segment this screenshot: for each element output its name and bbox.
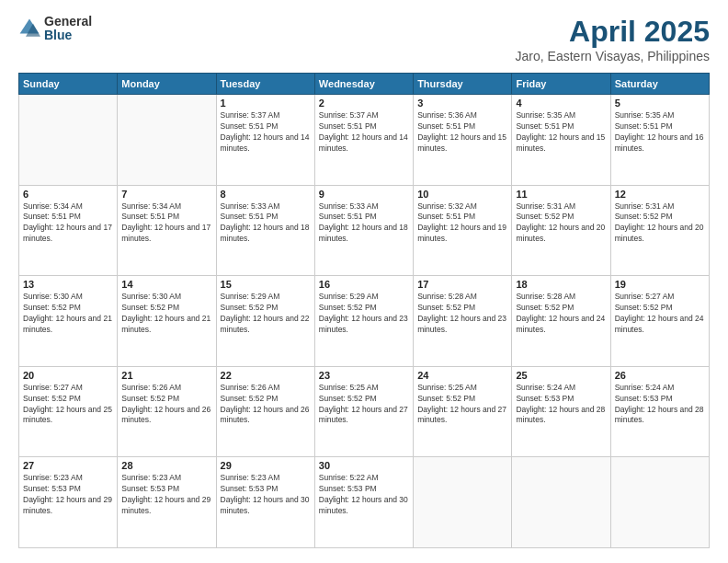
calendar-cell: 18Sunrise: 5:28 AM Sunset: 5:52 PM Dayli…: [512, 276, 610, 367]
cell-text: Sunrise: 5:33 AM Sunset: 5:51 PM Dayligh…: [221, 201, 311, 246]
calendar-body: 1Sunrise: 5:37 AM Sunset: 5:51 PM Daylig…: [19, 95, 710, 548]
logo-general: General: [44, 15, 92, 29]
calendar-cell: 2Sunrise: 5:37 AM Sunset: 5:51 PM Daylig…: [314, 95, 413, 186]
header: General Blue April 2025 Jaro, Eastern Vi…: [18, 15, 710, 63]
calendar-cell: 1Sunrise: 5:37 AM Sunset: 5:51 PM Daylig…: [216, 95, 314, 186]
calendar: Sunday Monday Tuesday Wednesday Thursday…: [18, 73, 710, 548]
cell-text: Sunrise: 5:31 AM Sunset: 5:52 PM Dayligh…: [516, 201, 606, 246]
title-block: April 2025 Jaro, Eastern Visayas, Philip…: [516, 15, 710, 63]
day-number: 9: [319, 189, 409, 200]
calendar-cell: 3Sunrise: 5:36 AM Sunset: 5:51 PM Daylig…: [414, 95, 512, 186]
cell-text: Sunrise: 5:36 AM Sunset: 5:51 PM Dayligh…: [417, 110, 507, 155]
logo: General Blue: [18, 15, 92, 43]
calendar-cell: 7Sunrise: 5:34 AM Sunset: 5:51 PM Daylig…: [118, 185, 216, 276]
calendar-cell: [414, 457, 512, 548]
calendar-week-3: 13Sunrise: 5:30 AM Sunset: 5:52 PM Dayli…: [19, 276, 710, 367]
calendar-cell: [512, 457, 610, 548]
calendar-cell: 8Sunrise: 5:33 AM Sunset: 5:51 PM Daylig…: [216, 185, 314, 276]
day-number: 26: [615, 370, 705, 381]
cell-text: Sunrise: 5:37 AM Sunset: 5:51 PM Dayligh…: [319, 110, 409, 155]
calendar-cell: 15Sunrise: 5:29 AM Sunset: 5:52 PM Dayli…: [216, 276, 314, 367]
cell-text: Sunrise: 5:27 AM Sunset: 5:52 PM Dayligh…: [23, 383, 113, 427]
cell-text: Sunrise: 5:27 AM Sunset: 5:52 PM Dayligh…: [615, 292, 705, 336]
cell-text: Sunrise: 5:24 AM Sunset: 5:53 PM Dayligh…: [516, 383, 606, 427]
cell-text: Sunrise: 5:22 AM Sunset: 5:53 PM Dayligh…: [319, 473, 409, 517]
day-number: 15: [221, 279, 311, 290]
calendar-week-1: 1Sunrise: 5:37 AM Sunset: 5:51 PM Daylig…: [19, 95, 710, 186]
calendar-cell: 22Sunrise: 5:26 AM Sunset: 5:52 PM Dayli…: [216, 366, 314, 457]
col-thursday: Thursday: [414, 74, 512, 95]
location: Jaro, Eastern Visayas, Philippines: [516, 49, 710, 63]
col-friday: Friday: [512, 74, 610, 95]
day-number: 27: [23, 460, 113, 471]
cell-text: Sunrise: 5:23 AM Sunset: 5:53 PM Dayligh…: [121, 473, 211, 517]
day-number: 4: [516, 98, 606, 109]
cell-text: Sunrise: 5:37 AM Sunset: 5:51 PM Dayligh…: [221, 110, 311, 155]
calendar-header: Sunday Monday Tuesday Wednesday Thursday…: [19, 74, 710, 95]
calendar-week-5: 27Sunrise: 5:23 AM Sunset: 5:53 PM Dayli…: [19, 457, 710, 548]
cell-text: Sunrise: 5:29 AM Sunset: 5:52 PM Dayligh…: [221, 292, 311, 336]
cell-text: Sunrise: 5:24 AM Sunset: 5:53 PM Dayligh…: [615, 383, 705, 427]
day-number: 28: [121, 460, 211, 471]
calendar-cell: 5Sunrise: 5:35 AM Sunset: 5:51 PM Daylig…: [610, 95, 709, 186]
col-tuesday: Tuesday: [216, 74, 314, 95]
day-number: 12: [615, 189, 705, 200]
calendar-cell: 26Sunrise: 5:24 AM Sunset: 5:53 PM Dayli…: [610, 366, 709, 457]
cell-text: Sunrise: 5:28 AM Sunset: 5:52 PM Dayligh…: [516, 292, 606, 336]
day-number: 21: [121, 370, 211, 381]
calendar-cell: 14Sunrise: 5:30 AM Sunset: 5:52 PM Dayli…: [118, 276, 216, 367]
cell-text: Sunrise: 5:23 AM Sunset: 5:53 PM Dayligh…: [221, 473, 311, 517]
day-number: 25: [516, 370, 606, 381]
calendar-cell: [610, 457, 709, 548]
page: General Blue April 2025 Jaro, Eastern Vi…: [0, 0, 728, 563]
cell-text: Sunrise: 5:28 AM Sunset: 5:52 PM Dayligh…: [417, 292, 507, 336]
day-number: 20: [23, 370, 113, 381]
calendar-week-4: 20Sunrise: 5:27 AM Sunset: 5:52 PM Dayli…: [19, 366, 710, 457]
cell-text: Sunrise: 5:26 AM Sunset: 5:52 PM Dayligh…: [221, 383, 311, 427]
calendar-cell: 11Sunrise: 5:31 AM Sunset: 5:52 PM Dayli…: [512, 185, 610, 276]
calendar-cell: [118, 95, 216, 186]
day-number: 19: [615, 279, 705, 290]
cell-text: Sunrise: 5:25 AM Sunset: 5:52 PM Dayligh…: [319, 383, 409, 427]
day-number: 22: [221, 370, 311, 381]
day-number: 10: [417, 189, 507, 200]
day-number: 1: [221, 98, 311, 109]
day-number: 5: [615, 98, 705, 109]
day-number: 7: [121, 189, 211, 200]
cell-text: Sunrise: 5:32 AM Sunset: 5:51 PM Dayligh…: [417, 201, 507, 246]
col-sunday: Sunday: [19, 74, 118, 95]
calendar-cell: 4Sunrise: 5:35 AM Sunset: 5:51 PM Daylig…: [512, 95, 610, 186]
cell-text: Sunrise: 5:34 AM Sunset: 5:51 PM Dayligh…: [121, 201, 211, 246]
calendar-cell: 20Sunrise: 5:27 AM Sunset: 5:52 PM Dayli…: [19, 366, 118, 457]
calendar-cell: 30Sunrise: 5:22 AM Sunset: 5:53 PM Dayli…: [314, 457, 413, 548]
cell-text: Sunrise: 5:30 AM Sunset: 5:52 PM Dayligh…: [23, 292, 113, 336]
col-saturday: Saturday: [610, 74, 709, 95]
day-number: 23: [319, 370, 409, 381]
calendar-cell: 29Sunrise: 5:23 AM Sunset: 5:53 PM Dayli…: [216, 457, 314, 548]
logo-text: General Blue: [44, 15, 92, 43]
calendar-cell: 27Sunrise: 5:23 AM Sunset: 5:53 PM Dayli…: [19, 457, 118, 548]
calendar-cell: 19Sunrise: 5:27 AM Sunset: 5:52 PM Dayli…: [610, 276, 709, 367]
calendar-cell: 13Sunrise: 5:30 AM Sunset: 5:52 PM Dayli…: [19, 276, 118, 367]
cell-text: Sunrise: 5:26 AM Sunset: 5:52 PM Dayligh…: [121, 383, 211, 427]
day-number: 18: [516, 279, 606, 290]
day-number: 30: [319, 460, 409, 471]
calendar-cell: 9Sunrise: 5:33 AM Sunset: 5:51 PM Daylig…: [314, 185, 413, 276]
calendar-cell: 10Sunrise: 5:32 AM Sunset: 5:51 PM Dayli…: [414, 185, 512, 276]
cell-text: Sunrise: 5:33 AM Sunset: 5:51 PM Dayligh…: [319, 201, 409, 246]
calendar-cell: 16Sunrise: 5:29 AM Sunset: 5:52 PM Dayli…: [314, 276, 413, 367]
cell-text: Sunrise: 5:23 AM Sunset: 5:53 PM Dayligh…: [23, 473, 113, 517]
day-number: 17: [417, 279, 507, 290]
cell-text: Sunrise: 5:25 AM Sunset: 5:52 PM Dayligh…: [417, 383, 507, 427]
logo-icon: [18, 17, 40, 40]
calendar-week-2: 6Sunrise: 5:34 AM Sunset: 5:51 PM Daylig…: [19, 185, 710, 276]
calendar-cell: 25Sunrise: 5:24 AM Sunset: 5:53 PM Dayli…: [512, 366, 610, 457]
day-number: 13: [23, 279, 113, 290]
day-number: 14: [121, 279, 211, 290]
cell-text: Sunrise: 5:34 AM Sunset: 5:51 PM Dayligh…: [23, 201, 113, 246]
calendar-cell: 24Sunrise: 5:25 AM Sunset: 5:52 PM Dayli…: [414, 366, 512, 457]
day-number: 3: [417, 98, 507, 109]
day-number: 2: [319, 98, 409, 109]
calendar-cell: 23Sunrise: 5:25 AM Sunset: 5:52 PM Dayli…: [314, 366, 413, 457]
cell-text: Sunrise: 5:29 AM Sunset: 5:52 PM Dayligh…: [319, 292, 409, 336]
